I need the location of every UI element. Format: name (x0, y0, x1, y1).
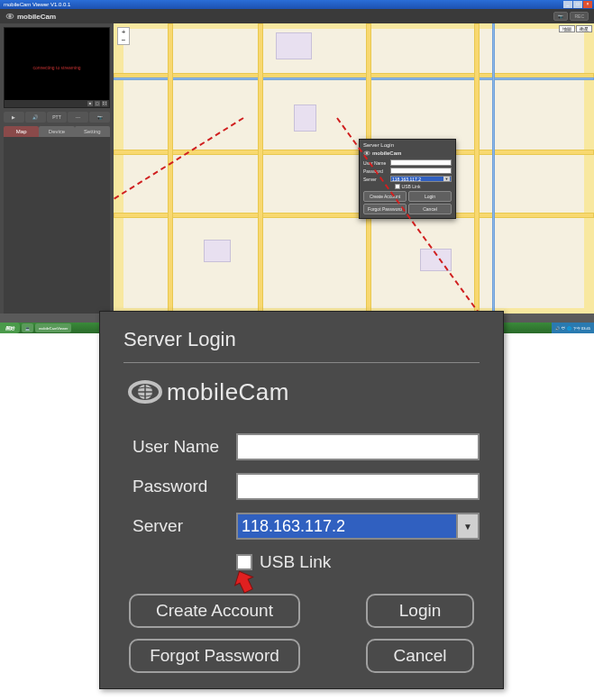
video-controls: ■ ▢ ⛶ (5, 100, 109, 107)
task-item-app[interactable]: mobileCamViewer (35, 323, 71, 332)
tab-map[interactable]: Map (4, 126, 39, 137)
username-input[interactable] (390, 159, 452, 166)
snapshot-button[interactable]: 📷 (89, 112, 110, 123)
eye-globe-icon (127, 377, 163, 406)
username-label: User Name (133, 437, 236, 457)
video-preview: connecting to streaming ■ ▢ ⛶ (4, 27, 110, 108)
titlebar: mobileCam Viewer V1.0.0.1 _ □ × (0, 0, 594, 9)
titlebar-text: mobileCam Viewer V1.0.0.1 (2, 2, 563, 7)
play-button[interactable]: ▶ (4, 112, 24, 123)
server-label: Server (133, 516, 236, 536)
video-ctrl-icon[interactable]: ■ (87, 101, 93, 106)
app-header: mobileCam 📷 REC (0, 9, 594, 23)
usb-link-checkbox[interactable] (236, 554, 252, 570)
tab-setting[interactable]: Setting (75, 126, 110, 137)
usb-link-checkbox[interactable] (395, 184, 400, 189)
map-type-badges: 地圖 衛星 (559, 25, 592, 32)
username-input[interactable] (236, 433, 480, 460)
divider (123, 362, 480, 363)
task-item-desktop[interactable]: 💻 (22, 323, 33, 332)
create-account-button[interactable]: Create Account (129, 594, 300, 628)
password-input[interactable] (236, 473, 480, 500)
chevron-down-icon[interactable]: ▼ (443, 177, 450, 181)
dialog-brand: mobileCam (167, 378, 289, 406)
red-arrow-annotation (231, 568, 258, 595)
maximize-button[interactable]: □ (573, 1, 582, 8)
sidebar-content (4, 137, 110, 314)
cancel-button[interactable]: Cancel (366, 639, 474, 673)
map-type-satellite[interactable]: 衛星 (576, 25, 592, 32)
close-button[interactable]: × (583, 1, 592, 8)
video-ctrl-icon[interactable]: ▢ (95, 101, 100, 106)
server-dropdown[interactable]: 118.163.117.2 ▼ (236, 513, 480, 540)
server-dropdown[interactable]: 118.163.117.2▼ (390, 176, 452, 182)
rec-button[interactable]: REC (570, 12, 589, 21)
ptt-button[interactable]: PTT (47, 112, 68, 123)
app-logo: mobileCam (5, 12, 56, 21)
dialog-logo: mobileCam (363, 150, 452, 157)
cam-toggle-button[interactable]: 📷 (553, 12, 568, 21)
tray-icon[interactable]: 🔊 (555, 326, 560, 331)
map-type-map[interactable]: 地圖 (559, 25, 575, 32)
tray-icon[interactable]: 🛡 (562, 326, 565, 331)
sidebar: connecting to streaming ■ ▢ ⛶ ▶ 🔊 PTT ⋯ … (0, 23, 114, 314)
brand-text: mobileCam (17, 13, 56, 21)
tab-row: Map Device Setting (4, 126, 110, 137)
login-dialog-large: Server Login mobileCam User Name Passwor… (99, 311, 504, 689)
dialog-title: Server Login (123, 328, 480, 351)
login-button[interactable]: Login (366, 594, 474, 628)
server-label: Server (363, 177, 388, 182)
video-ctrl-icon[interactable]: ⛶ (102, 101, 107, 106)
usb-link-label: USB Link (402, 184, 421, 189)
password-label: Password (133, 477, 236, 496)
server-value: 118.163.117.2 (242, 517, 345, 536)
tab-device[interactable]: Device (39, 126, 74, 137)
create-account-button[interactable]: Create Account (363, 191, 407, 202)
tray-icon[interactable]: 🌐 (567, 326, 571, 331)
tray-time: 下午 03:45 (573, 326, 590, 331)
usb-link-label: USB Link (260, 552, 331, 572)
map-zoom-control[interactable]: +− (117, 27, 130, 45)
login-button[interactable]: Login (408, 191, 452, 202)
titlebar-buttons: _ □ × (563, 1, 592, 8)
password-input[interactable] (390, 168, 452, 174)
map-area[interactable]: +− 地圖 衛星 Server Login mobileCam User Nam… (114, 23, 594, 314)
eye-globe-icon (5, 12, 14, 21)
opts-button[interactable]: ⋯ (68, 112, 88, 123)
chevron-down-icon[interactable]: ▼ (456, 513, 480, 540)
system-tray: 🔊 🛡 🌐 下午 03:45 (552, 323, 594, 333)
forgot-password-button[interactable]: Forgot Password (129, 639, 300, 673)
dialog-brand: mobileCam (372, 150, 401, 156)
svg-marker-10 (231, 568, 258, 595)
dialog-logo: mobileCam (127, 377, 480, 406)
volume-button[interactable]: 🔊 (25, 112, 46, 123)
cancel-button[interactable]: Cancel (408, 204, 452, 214)
dialog-title: Server Login (363, 142, 452, 148)
start-button[interactable]: 開始 (0, 323, 20, 333)
minimize-button[interactable]: _ (563, 1, 572, 8)
control-row: ▶ 🔊 PTT ⋯ 📷 (4, 112, 110, 123)
server-value: 118.163.117.2 (392, 177, 421, 182)
svg-point-5 (366, 152, 369, 155)
video-status-text: connecting to streaming (32, 65, 80, 70)
app-window: mobileCam Viewer V1.0.0.1 _ □ × mobileCa… (0, 0, 594, 332)
login-dialog-small: Server Login mobileCam User Name Passwor… (359, 139, 456, 219)
